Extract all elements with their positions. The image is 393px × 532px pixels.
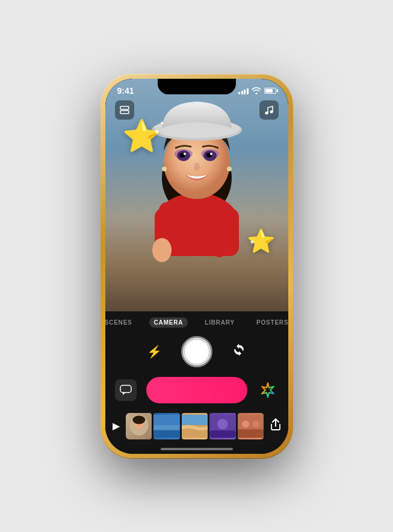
battery-fill xyxy=(265,89,273,93)
tab-scenes[interactable]: SCENES xyxy=(105,317,137,328)
signal-bar-1 xyxy=(238,92,240,94)
rainbow-star-icon xyxy=(259,382,276,399)
svg-point-37 xyxy=(242,420,249,427)
tab-bar: SCENES CAMERA LIBRARY POSTERS xyxy=(105,311,288,332)
sparkle-3: ✦ xyxy=(249,238,255,246)
battery-icon xyxy=(264,88,276,94)
layers-button[interactable] xyxy=(115,100,134,120)
svg-rect-1 xyxy=(120,111,129,114)
svg-rect-30 xyxy=(153,425,180,430)
svg-point-3 xyxy=(270,110,273,113)
timeline-clips xyxy=(126,413,264,439)
signal-icon xyxy=(238,87,249,94)
svg-rect-29 xyxy=(153,429,180,438)
speech-bubble-icon xyxy=(120,385,132,396)
music-note-icon xyxy=(265,105,273,115)
notch xyxy=(158,79,236,94)
wifi-icon xyxy=(252,87,261,94)
clip-2[interactable] xyxy=(153,413,180,439)
svg-point-19 xyxy=(210,153,212,155)
signal-bar-2 xyxy=(241,91,243,94)
clip-3[interactable] xyxy=(182,413,208,439)
timeline-strip: ▶ xyxy=(105,409,288,445)
svg-rect-39 xyxy=(238,429,264,438)
svg-point-21 xyxy=(227,167,232,171)
share-button[interactable] xyxy=(270,418,281,433)
status-time: 9:41 xyxy=(117,86,134,96)
svg-point-9 xyxy=(152,238,172,262)
clip-4[interactable] xyxy=(209,413,236,439)
svg-rect-31 xyxy=(182,414,208,424)
record-row xyxy=(105,373,288,409)
share-icon xyxy=(270,418,281,430)
phone-inner: 9:41 xyxy=(105,79,288,454)
phone-shell: 9:41 xyxy=(101,74,293,459)
flash-button[interactable]: ⚡ xyxy=(147,344,162,359)
tab-camera[interactable]: CAMERA xyxy=(149,317,188,328)
play-button[interactable]: ▶ xyxy=(113,420,120,432)
home-indicator xyxy=(161,448,233,450)
sparkle-2: ✦ xyxy=(159,120,164,126)
status-icons xyxy=(238,87,276,94)
bottom-panel: SCENES CAMERA LIBRARY POSTERS ⚡ xyxy=(105,311,288,454)
svg-rect-24 xyxy=(120,385,131,393)
layers-icon xyxy=(120,106,129,114)
tab-posters[interactable]: POSTERS xyxy=(252,317,288,328)
flip-icon xyxy=(232,343,246,356)
signal-bar-3 xyxy=(244,90,246,94)
svg-point-27 xyxy=(132,415,145,424)
capture-inner xyxy=(184,338,210,365)
record-button[interactable] xyxy=(146,377,247,403)
clip-5[interactable] xyxy=(238,413,264,439)
effects-button[interactable] xyxy=(115,379,137,401)
sparkle-effects-button[interactable] xyxy=(257,379,279,401)
capture-button[interactable] xyxy=(181,336,212,367)
camera-controls: ⚡ xyxy=(105,332,288,373)
flip-camera-button[interactable] xyxy=(232,343,246,359)
clip-1[interactable] xyxy=(126,413,152,439)
svg-rect-35 xyxy=(209,430,236,437)
tab-library[interactable]: LIBRARY xyxy=(200,317,240,328)
screen: 9:41 xyxy=(105,79,288,454)
svg-rect-0 xyxy=(120,106,129,109)
signal-bar-4 xyxy=(247,88,249,94)
sparkle-1: ✦ xyxy=(153,127,161,136)
svg-point-18 xyxy=(184,153,186,155)
svg-point-34 xyxy=(217,418,227,429)
svg-point-38 xyxy=(252,420,259,427)
top-controls xyxy=(105,100,288,120)
svg-point-20 xyxy=(162,167,167,171)
music-button[interactable] xyxy=(259,100,279,120)
svg-point-2 xyxy=(265,111,268,114)
